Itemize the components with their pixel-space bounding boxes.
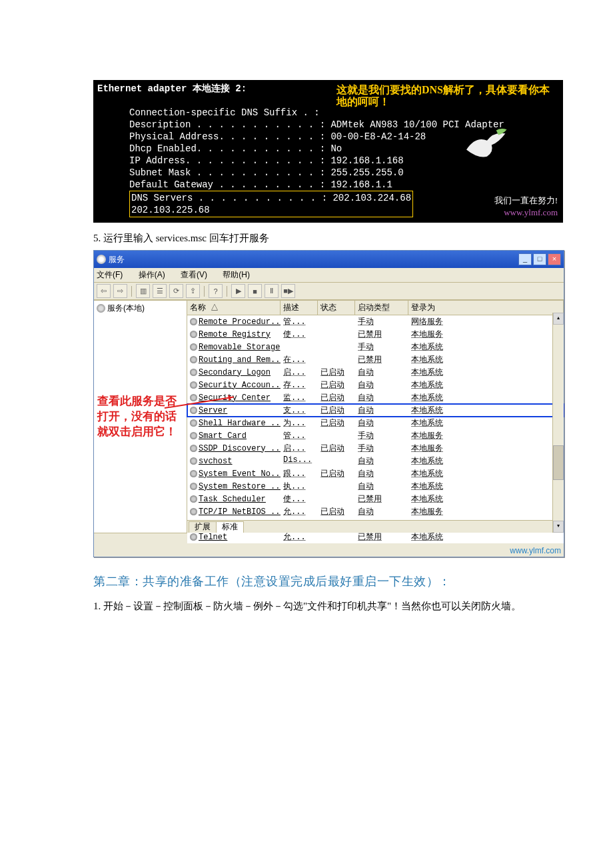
doc-step-5: 5. 运行里输入 services.msc 回车打开服务	[93, 232, 526, 245]
menu-action[interactable]: 操作(A)	[139, 270, 172, 279]
service-name: Secondary Logon	[199, 368, 271, 377]
scroll-thumb[interactable]	[553, 445, 564, 480]
service-name: SSDP Discovery ...	[199, 444, 281, 453]
minimize-button[interactable]: _	[518, 253, 532, 265]
service-start-type: 自动	[355, 405, 408, 416]
column-logon[interactable]: 登录为	[408, 301, 564, 315]
maximize-button[interactable]: □	[533, 253, 546, 265]
service-name: Task Scheduler	[199, 495, 266, 504]
window-menubar[interactable]: 文件(F) 操作(A) 查看(V) 帮助(H)	[94, 268, 564, 283]
service-icon	[190, 343, 197, 351]
service-row[interactable]: Shell Hardware ...为...已启动自动本地系统	[187, 417, 564, 429]
service-row[interactable]: Secondary Logon启...已启动自动本地系统	[187, 366, 564, 379]
service-start-type: 手动	[355, 341, 408, 353]
scroll-up-icon[interactable]: ▴	[553, 313, 564, 325]
service-logon: 本地系统	[408, 405, 564, 416]
list-scrollbar[interactable]: ▴ ▾	[552, 313, 564, 533]
service-row[interactable]: Smart Card管...手动本地服务	[187, 429, 564, 442]
service-status	[318, 531, 355, 543]
service-row[interactable]: System Event No...跟...已启动自动本地系统	[187, 467, 564, 480]
column-name[interactable]: 名称 △	[187, 301, 281, 315]
service-row[interactable]: Security Accoun...存...已启动自动本地系统	[187, 379, 564, 391]
service-row[interactable]: Removable Storage手动本地系统	[187, 341, 564, 353]
service-start-type: 已禁用	[355, 531, 408, 543]
service-name: svchost	[199, 457, 232, 466]
service-logon: 本地系统	[408, 455, 564, 467]
service-desc: 使...	[281, 329, 318, 340]
tree-node-label: 服务(本地)	[107, 303, 145, 314]
toolbar-restart-icon[interactable]: ■▶	[281, 284, 295, 298]
toolbar-pause-icon[interactable]: Ⅱ	[265, 284, 279, 298]
service-row[interactable]: Security Center监...已启动自动本地系统	[187, 391, 564, 404]
service-icon	[190, 419, 197, 427]
service-logon: 本地服务	[408, 329, 564, 340]
toolbar-properties-icon[interactable]: ☰	[153, 284, 167, 298]
service-desc: 在...	[281, 354, 318, 365]
service-icon	[190, 318, 197, 325]
service-name: System Event No...	[199, 469, 281, 479]
column-start[interactable]: 启动类型	[355, 301, 408, 315]
nav-forward-icon[interactable]: ⇨	[113, 284, 127, 298]
service-status: 已启动	[318, 405, 355, 416]
service-row[interactable]: SSDP Discovery ...启...已启动手动本地服务	[187, 442, 564, 455]
service-logon: 本地系统	[408, 481, 564, 492]
service-desc: 启...	[281, 367, 318, 378]
cmd-window: 这就是我们要找的DNS解析了，具体要看你本地的呵呵！ Ethernet adap…	[93, 80, 563, 223]
toolbar-view-icon[interactable]: ▥	[136, 284, 150, 298]
cmd-annotation: 这就是我们要找的DNS解析了，具体要看你本地的呵呵！	[336, 84, 556, 108]
service-row[interactable]: Task Scheduler使...已禁用本地系统	[187, 493, 564, 505]
toolbar-start-icon[interactable]: ▶	[231, 284, 245, 298]
service-desc: 存...	[281, 379, 318, 391]
service-icon	[190, 369, 197, 376]
toolbar-help-icon[interactable]: ?	[209, 284, 223, 298]
tab-extended[interactable]: 扩展	[189, 521, 217, 533]
menu-view[interactable]: 查看(V)	[181, 270, 214, 279]
toolbar-refresh-icon[interactable]: ⟳	[169, 284, 183, 298]
service-row[interactable]: Remote Procedur...管...手动网络服务	[187, 315, 564, 328]
service-icon	[190, 381, 197, 389]
menu-file[interactable]: 文件(F)	[97, 270, 129, 279]
chapter-2-step-1: 1. 开始－设置－控制面板－防火墙－例外－勾选"文件和打印机共享"！当然你也可以…	[93, 597, 526, 615]
toolbar-export-icon[interactable]: ⇪	[186, 284, 200, 298]
service-desc: 管...	[281, 316, 318, 327]
nav-back-icon[interactable]: ⇦	[97, 284, 111, 298]
service-status	[318, 329, 355, 340]
column-status[interactable]: 状态	[318, 301, 355, 315]
service-logon: 本地服务	[408, 506, 564, 517]
cmd-watermark: 我们一直在努力! www.ylmf.com	[494, 195, 558, 219]
window-toolbar: ⇦ ⇨ ▥ ☰ ⟳ ⇪ ? ▶ ■ Ⅱ ■▶	[94, 283, 564, 300]
service-status: 已启动	[318, 392, 355, 403]
service-logon: 本地服务	[408, 430, 564, 441]
service-start-type: 已禁用	[355, 329, 408, 340]
column-desc[interactable]: 描述	[281, 301, 318, 315]
window-titlebar[interactable]: 服务 _ □ ×	[94, 251, 564, 268]
scroll-down-icon[interactable]: ▾	[553, 521, 564, 533]
service-row[interactable]: TCP/IP NetBIOS ...允...已启动自动本地服务	[187, 505, 564, 518]
menu-help[interactable]: 帮助(H)	[223, 270, 257, 279]
service-desc: 管...	[281, 430, 318, 441]
service-name: Remote Registry	[199, 330, 271, 339]
service-row[interactable]: Server支...已启动自动本地系统	[187, 404, 564, 417]
service-row[interactable]: System Restore ...执...自动本地系统	[187, 480, 564, 493]
service-icon	[190, 356, 197, 363]
tab-standard[interactable]: 标准	[216, 521, 244, 533]
service-row[interactable]: svchostDis...自动本地系统	[187, 455, 564, 467]
cmd-line-suffix: Connection-specific DNS Suffix . :	[129, 107, 559, 119]
service-start-type: 手动	[355, 316, 408, 327]
service-row[interactable]: Remote Registry使...已禁用本地服务	[187, 328, 564, 341]
window-title-text: 服务	[109, 254, 125, 265]
service-icon	[190, 470, 197, 477]
service-status	[318, 341, 355, 353]
toolbar-stop-icon[interactable]: ■	[248, 284, 262, 298]
service-start-type: 已禁用	[355, 354, 408, 365]
service-icon	[190, 457, 197, 465]
service-logon: 本地系统	[408, 493, 564, 505]
service-status	[318, 430, 355, 441]
service-name: Telnet	[199, 533, 227, 542]
list-header[interactable]: 名称 △ 描述 状态 启动类型 登录为	[187, 301, 564, 315]
close-button[interactable]: ×	[548, 253, 561, 265]
tree-node-services-local[interactable]: 服务(本地)	[95, 302, 185, 315]
cmd-dns-box: DNS Servers . . . . . . . . . . . : 202.…	[129, 191, 413, 217]
service-row[interactable]: Routing and Rem...在...已禁用本地系统	[187, 353, 564, 366]
service-icon	[190, 394, 197, 401]
